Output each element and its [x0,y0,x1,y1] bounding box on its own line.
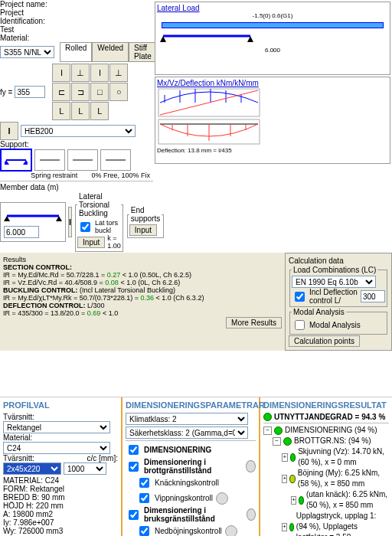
lateral-beam [157,31,256,47]
material2-label: Material: [3,433,118,442]
status-dot-icon [289,523,294,531]
tree-label: BROTTGR.NS: (94 %) [294,436,371,446]
res-line: IR = 435/300 = 13.8/20.0 = [3,309,87,317]
bruks-checkbox[interactable] [129,510,139,520]
profile-icon[interactable]: □ [90,83,109,101]
deflection-control-head: DEFLECTION CONTROL: [3,302,86,309]
k-value: k = 1.00 [107,234,121,250]
expand-icon[interactable]: + [291,496,296,505]
profile-icon[interactable]: I [90,64,109,82]
expand-icon[interactable]: − [273,437,281,446]
gear-icon[interactable] [225,525,237,537]
profilval-title: PROFILVAL [3,400,118,410]
expand-icon[interactable]: + [282,523,287,531]
profile-icon[interactable]: I [52,64,70,82]
tab-welded[interactable]: Welded [92,42,129,61]
brott-checkbox[interactable] [129,462,139,472]
sakerhet-select[interactable]: Säkerhetsklass: 2 (Gamma,d=0.91) [126,427,248,439]
gear-icon[interactable] [247,508,256,521]
section-preview-icon[interactable]: I [68,207,72,237]
lc-select[interactable]: EN 1990 Eq 6.10b [292,276,376,288]
profile-icon[interactable]: ○ [109,83,128,101]
res-val: 0.27 [107,271,121,279]
project-value: Project [0,8,153,17]
modal-legend: Modal Analysis [292,308,346,316]
res-line: < 1.0 [100,309,118,317]
support-pinned-icon[interactable] [0,149,32,172]
lateral-load-link[interactable]: Lateral Load [157,4,200,12]
support-cantilever-icon[interactable] [67,149,98,171]
tree-label: Skjuvning (Vz): 14.70 kN, (60 %), x = 0 … [298,446,389,468]
profile-icon[interactable]: L [52,102,70,120]
cc-select[interactable]: 1000 [64,462,106,475]
fy-label: fy = [0,88,12,96]
res-line: < 1.0 (Ch 6.3.2) [154,294,204,302]
modal-checkbox[interactable] [295,320,305,330]
vipp-checkbox[interactable] [139,493,149,503]
incl-defl-input[interactable] [361,290,385,302]
nedb-label: Nedböjningskontroll [155,527,222,535]
incl-label: Incl Deflection control L/ [309,288,358,305]
res-line: < 1.0 (0.50L, Ch 6.2.5) [120,271,191,279]
tree-node[interactable]: +Upplagstryck, upplag 1: (94 %), Upplage… [282,511,389,536]
section-i-icon[interactable]: I [0,122,18,140]
material2-select[interactable]: C24 [3,442,110,454]
gear-icon[interactable] [216,492,228,505]
incl-defl-checkbox[interactable] [295,292,305,302]
profile-icon[interactable]: ⊏ [52,83,70,101]
results-chart [157,87,261,147]
tree-label: Upplagstryck, upplag 1: (94 %), Upplaget… [296,511,389,536]
length-input[interactable] [4,226,39,238]
support-fixed-icon[interactable] [34,149,65,171]
profile-icon[interactable]: L [71,102,90,120]
beam-diagram [4,206,62,226]
status-dot-icon [274,427,283,435]
knack-checkbox[interactable] [139,478,149,488]
profile-icon[interactable]: ⊐ [71,83,90,101]
tree-node[interactable]: +Skjuvning (Vz): 14.70 kN, (60 %), x = 0… [282,446,389,468]
bruks-label: Dimensionering i bruksgränstillstånd [144,506,243,523]
info-line: MATERIAL: C24 [3,476,118,485]
deflection-link[interactable]: Mx/Vz/Deflection kNm/kN/mm [157,79,259,87]
expand-icon[interactable]: + [282,475,287,483]
klimat-select[interactable]: Klimatklass: 2 [126,413,248,425]
shape-select[interactable]: Rektangel [3,421,110,433]
ltb-label: Lat tors buckl [95,219,121,234]
section-control-head: SECTION CONTROL: [3,263,72,271]
profile-icon[interactable]: ⊥ [109,64,128,82]
material-select[interactable]: S355 N/NL [0,46,54,58]
support-spring-icon[interactable] [100,149,131,171]
tree-node[interactable]: −DIMENSIONERING (94 %) [263,425,389,436]
tree-node[interactable]: +Böjning (My): 6.25 kNm, (58 %), x = 850… [282,468,389,489]
tv2-label: Tvärsnitt: [3,454,34,462]
expand-icon[interactable]: − [263,427,272,435]
tree-node[interactable]: +(utan knäck): 6.25 kNm, (50 %), x = 850… [291,489,389,511]
tab-rolled[interactable]: Rolled [60,42,92,61]
tree-label: DIMENSIONERING (94 %) [285,425,377,436]
profile-icon[interactable]: L [90,102,109,120]
nedb-checkbox[interactable] [139,526,149,536]
ltb-checkbox[interactable] [80,222,90,232]
dim-select[interactable]: 2x45x220 [3,462,61,475]
section-info: MATERIAL: C24FORM: RektangelBREDD B: 90 … [3,476,118,536]
deflection-value: Deflection: 13.8 mm = l/435 [157,147,388,154]
vipp-label: Vippningskontroll [155,494,213,502]
calc-points-button[interactable]: Calculation points [289,335,360,347]
info-line: Iy: 7.986e+007 [3,518,118,527]
expand-icon[interactable]: + [282,453,288,462]
tree-node[interactable]: −BROTTGR.NS: (94 %) [273,436,389,446]
status-dot-icon [263,413,272,421]
profile-icon[interactable]: ⊥ [71,64,90,82]
dim-checkbox[interactable] [129,445,139,455]
res-line: IR = My.Ed/Mc.Rd = 50.7/228.1 = [3,271,107,279]
section-select[interactable]: HEB200 [21,125,136,137]
result-tree[interactable]: −DIMENSIONERING (94 %)−BROTTGR.NS: (94 %… [263,425,389,536]
info-line: A: 19800 mm2 [3,510,118,518]
knack-label: Knäckningskontroll [155,479,219,487]
tree-label: Böjning (My): 6.25 kNm, (58 %), x = 850 … [298,468,389,489]
fy-input[interactable] [15,86,45,98]
gear-icon[interactable] [246,460,256,472]
ltb-input-button[interactable]: Input [77,237,105,248]
dimres-title: DIMENSIONERINGSRESULTAT [263,400,389,410]
more-results-button[interactable]: More Results [226,317,282,328]
